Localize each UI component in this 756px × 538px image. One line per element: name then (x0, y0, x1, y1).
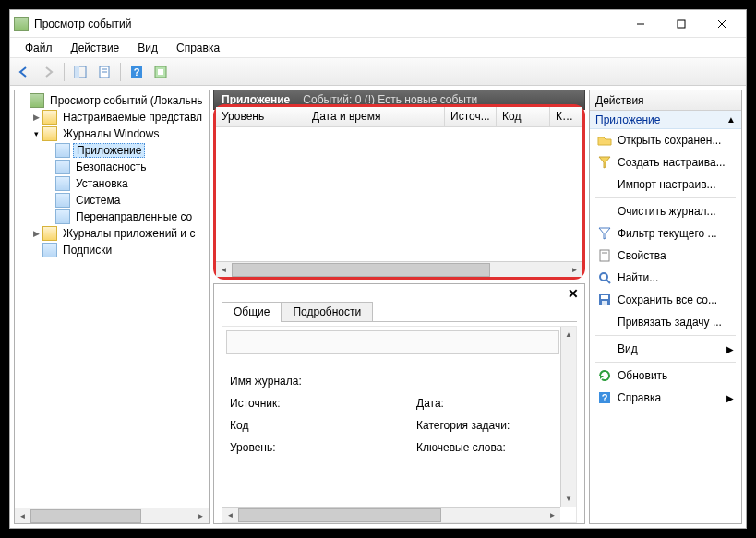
col-source[interactable]: Источ... (445, 107, 497, 126)
actions-title: Действия (590, 90, 741, 111)
menu-action[interactable]: Действие (62, 40, 129, 56)
tree-root[interactable]: Просмотр событий (Локальнь (15, 92, 209, 109)
action-help[interactable]: ? Справка ▶ (590, 387, 741, 409)
action-save-all[interactable]: Сохранить все со... (590, 289, 741, 311)
log-icon (55, 209, 70, 224)
close-button[interactable] (702, 11, 742, 37)
log-icon (55, 176, 70, 191)
save-icon (597, 293, 612, 307)
forward-button[interactable] (38, 62, 58, 82)
chevron-right-icon: ▶ (726, 344, 734, 354)
folder-icon (42, 126, 57, 141)
action-find[interactable]: Найти... (590, 267, 741, 289)
event-viewer-icon (30, 93, 44, 108)
col-level[interactable]: Уровень (216, 107, 306, 126)
svg-rect-5 (75, 66, 79, 78)
titlebar[interactable]: Просмотр событий (10, 10, 746, 38)
tree-app-logs[interactable]: ▶ Журналы приложений и с (15, 225, 209, 242)
tree-forwarded[interactable]: Перенаправленные со (15, 209, 209, 225)
menu-help[interactable]: Справка (167, 40, 229, 56)
svg-line-16 (606, 280, 610, 283)
details-tabs: Общие Подробности (222, 301, 577, 322)
tree-hscrollbar[interactable]: ◄ ► (15, 508, 209, 523)
tree-security[interactable]: Безопасность (15, 159, 209, 175)
minimize-button[interactable] (620, 11, 661, 37)
help-icon: ? (597, 390, 612, 405)
menubar: Файл Действие Вид Справка (10, 38, 746, 58)
find-icon (597, 270, 612, 285)
close-details-button[interactable]: ✕ (568, 286, 579, 301)
action-clear-log[interactable]: Очистить журнал... (590, 200, 741, 222)
menu-file[interactable]: Файл (16, 40, 62, 56)
import-icon (597, 177, 612, 192)
maximize-button[interactable] (661, 11, 702, 37)
label-task-category: Категория задачи: (416, 419, 510, 432)
svg-rect-12 (158, 69, 163, 75)
svg-rect-1 (678, 20, 685, 28)
label-keywords: Ключевые слова: (416, 441, 506, 454)
action-attach-task[interactable]: Привязать задачу ... (590, 311, 741, 333)
chevron-right-icon: ▶ (726, 393, 734, 403)
center-pane: Приложение Событий: 0 (!) Есть новые соб… (213, 90, 585, 524)
tree-application[interactable]: Приложение (15, 142, 209, 159)
tree[interactable]: Просмотр событий (Локальнь ▶ Настраиваем… (15, 90, 209, 508)
action-create-custom[interactable]: Создать настраива... (590, 151, 741, 173)
svg-text:?: ? (602, 392, 608, 403)
col-category[interactable]: Катег (550, 107, 582, 126)
action-import-custom[interactable]: Импорт настраив... (590, 173, 741, 196)
back-button[interactable] (14, 62, 34, 82)
action-refresh[interactable]: Обновить (590, 365, 741, 387)
help-button[interactable]: ? (126, 62, 147, 82)
details-vscrollbar[interactable]: ▲ ▼ (560, 327, 576, 507)
filter-new-icon (597, 155, 612, 170)
label-log-name: Имя журнала: (230, 375, 302, 388)
label-level: Уровень: (230, 441, 276, 454)
grid-body[interactable] (216, 127, 582, 261)
log-icon (55, 143, 70, 158)
details-hscrollbar[interactable]: ◄ ► (222, 507, 560, 522)
show-tree-button[interactable] (70, 62, 90, 82)
log-icon (55, 160, 70, 174)
folder-open-icon (597, 133, 612, 148)
action-filter[interactable]: Фильтр текущего ... (590, 222, 741, 245)
tree-subscriptions[interactable]: Подписки (15, 242, 209, 258)
svg-rect-19 (602, 301, 607, 305)
tree-custom-views[interactable]: ▶ Настраиваемые представл (15, 109, 209, 126)
details-message-box (226, 330, 559, 354)
log-icon (55, 193, 70, 208)
app-icon (14, 17, 29, 31)
tree-windows-logs[interactable]: ▾ Журналы Windows (15, 126, 209, 142)
refresh-icon (597, 368, 612, 383)
tree-system[interactable]: Система (15, 192, 209, 209)
col-datetime[interactable]: Дата и время (306, 107, 445, 126)
svg-point-15 (600, 273, 607, 281)
collapse-icon: ▲ (726, 114, 736, 125)
action-view[interactable]: Вид ▶ (590, 338, 741, 360)
tab-general[interactable]: Общие (222, 302, 282, 322)
window-title: Просмотр событий (34, 18, 620, 30)
grid-header: Уровень Дата и время Источ... Код со... … (216, 107, 582, 127)
subscriptions-icon (42, 243, 57, 257)
filter-icon (597, 226, 612, 241)
details-body: Имя журнала: Источник: Код Уровень: Дата… (222, 326, 577, 523)
col-code[interactable]: Код со... (497, 107, 550, 126)
action-open-saved[interactable]: Открыть сохранен... (590, 129, 741, 151)
properties-button[interactable] (94, 62, 114, 82)
view-icon (597, 341, 612, 356)
properties-icon (597, 248, 612, 263)
help-topics-button[interactable] (150, 62, 171, 82)
toolbar: ? (10, 58, 746, 86)
event-grid-highlight: Уровень Дата и время Источ... Код со... … (213, 104, 585, 280)
svg-rect-18 (601, 295, 608, 299)
details-pane: ✕ Общие Подробности Имя журнала: Источни… (213, 283, 585, 524)
tab-details[interactable]: Подробности (281, 302, 373, 322)
grid-hscrollbar[interactable]: ◄ ► (216, 261, 582, 277)
clear-icon (597, 204, 612, 219)
tree-setup[interactable]: Установка (15, 175, 209, 192)
actions-pane: Действия Приложение ▲ Открыть сохранен..… (589, 90, 742, 524)
label-source: Источник: (230, 397, 281, 410)
actions-subtitle[interactable]: Приложение ▲ (590, 111, 741, 129)
svg-rect-13 (600, 250, 609, 261)
menu-view[interactable]: Вид (128, 40, 167, 56)
action-properties[interactable]: Свойства (590, 245, 741, 267)
